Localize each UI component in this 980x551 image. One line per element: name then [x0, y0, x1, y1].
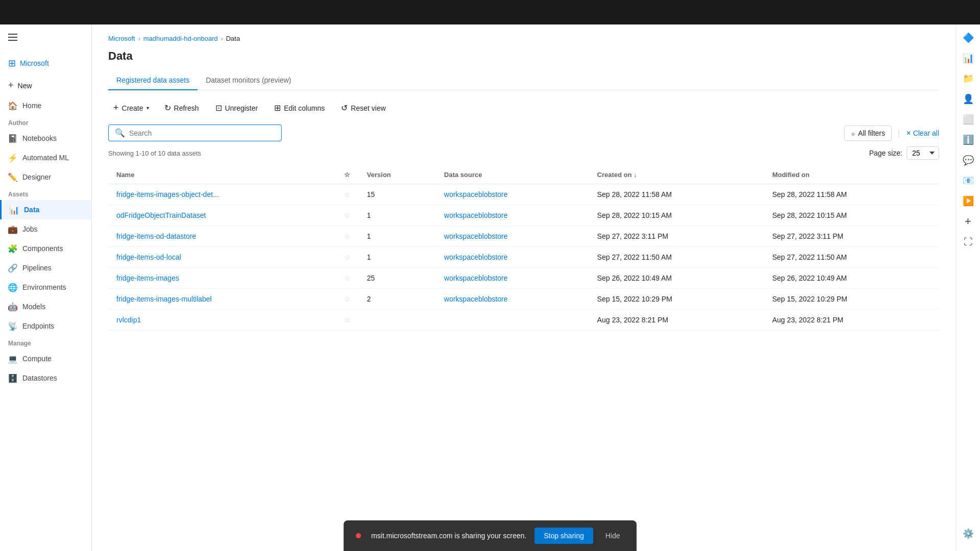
table-controls: Showing 1-10 of 10 data assets Page size… [108, 146, 939, 160]
data-link-1[interactable]: odFridgeObjectTrainDataset [116, 211, 206, 219]
clear-all-button[interactable]: ✕ Clear all [906, 129, 939, 137]
clear-all-label: Clear all [913, 129, 939, 137]
top-bar [0, 0, 980, 24]
col-version[interactable]: Version [359, 166, 436, 184]
settings-right-icon[interactable]: ⚙️ [959, 524, 977, 543]
expand-right-icon[interactable]: ⛶ [959, 233, 977, 251]
cell-name-5: fridge-items-images-multilabel [108, 289, 336, 310]
datasource-link-1[interactable]: workspaceblobstore [444, 211, 508, 219]
sidebar-item-endpoints[interactable]: 📡 Endpoints [0, 316, 91, 336]
mail-right-icon[interactable]: 📧 [959, 171, 977, 190]
refresh-button[interactable]: ↻ Refresh [158, 100, 205, 116]
info-right-icon[interactable]: ℹ️ [959, 131, 977, 149]
search-filters-row: 🔍 ⬦ All filters | ✕ Clear all [108, 124, 939, 141]
chat-right-icon[interactable]: 💬 [959, 151, 977, 169]
sidebar-item-home[interactable]: 🏠 Home [0, 96, 91, 115]
cell-name-6: rvlcdip1 [108, 310, 336, 331]
data-link-0[interactable]: fridge-items-images-object-det... [116, 190, 219, 198]
endpoints-icon: 📡 [8, 321, 17, 331]
col-modifiedon[interactable]: Modified on [764, 166, 939, 184]
compute-icon: 💻 [8, 354, 17, 363]
hamburger-menu[interactable] [0, 24, 91, 52]
tab-monitors[interactable]: Dataset monitors (preview) [198, 71, 299, 90]
svg-rect-0 [8, 34, 17, 35]
datasource-link-5[interactable]: workspaceblobstore [444, 295, 508, 303]
cell-star-2[interactable]: ☆ [336, 226, 359, 247]
cell-modifiedon-0: Sep 28, 2022 11:58 AM [764, 184, 939, 205]
data-link-3[interactable]: fridge-items-od-local [116, 253, 181, 261]
sidebar-item-data[interactable]: 📊 Data [0, 200, 91, 219]
sidebar-microsoft[interactable]: ⊞ Microsoft [0, 52, 91, 75]
cell-star-1[interactable]: ☆ [336, 205, 359, 226]
datasource-link-0[interactable]: workspaceblobstore [444, 190, 508, 198]
create-button[interactable]: + Create ▾ [108, 99, 154, 116]
sidebar-item-automated-ml[interactable]: ⚡ Automated ML [0, 148, 91, 167]
sidebar-item-jobs[interactable]: 💼 Jobs [0, 219, 91, 239]
data-label: Data [24, 206, 39, 214]
hide-button[interactable]: Hide [601, 528, 624, 544]
tabs: Registered data assets Dataset monitors … [108, 71, 939, 90]
data-link-6[interactable]: rvlcdip1 [116, 316, 141, 324]
edit-columns-button[interactable]: ⊞ Edit columns [268, 100, 331, 116]
office-right-icon[interactable]: ⬜ [959, 110, 977, 129]
reset-view-icon: ↺ [341, 103, 348, 113]
jobs-icon: 💼 [8, 224, 17, 234]
sidebar-item-datastores[interactable]: 🗄️ Datastores [0, 368, 91, 388]
tab-registered[interactable]: Registered data assets [108, 71, 198, 90]
azure-right-icon[interactable]: 🔷 [959, 29, 977, 47]
cell-star-0[interactable]: ☆ [336, 184, 359, 205]
search-box[interactable]: 🔍 [108, 124, 282, 141]
data-link-2[interactable]: fridge-items-od-datastore [116, 232, 196, 240]
breadcrumb-microsoft[interactable]: Microsoft [108, 35, 135, 42]
cell-datasource-3: workspaceblobstore [436, 247, 589, 268]
page-title: Data [108, 49, 939, 63]
cell-createdon-6: Aug 23, 2022 8:21 PM [589, 310, 764, 331]
unregister-button[interactable]: ⊡ Unregister [209, 100, 264, 116]
filter-icon: ⬦ [851, 129, 855, 137]
sidebar-item-designer[interactable]: ✏️ Designer [0, 167, 91, 187]
cell-version-3: 1 [359, 247, 436, 268]
breadcrumb-workspace[interactable]: madhumaddi-hd-onboard [143, 35, 218, 42]
microsoft-icon: ⊞ [8, 58, 16, 69]
all-filters-button[interactable]: ⬦ All filters [844, 126, 892, 141]
clear-all-x-icon: ✕ [906, 130, 911, 137]
sidebar-item-components[interactable]: 🧩 Components [0, 239, 91, 258]
sidebar-item-environments[interactable]: 🌐 Environments [0, 278, 91, 297]
cell-star-6[interactable]: ☆ [336, 310, 359, 331]
table-row: fridge-items-images ☆ 25 workspaceblobst… [108, 268, 939, 289]
plus-right-icon[interactable]: + [959, 212, 977, 231]
reset-view-button[interactable]: ↺ Reset view [335, 100, 391, 116]
stop-sharing-button[interactable]: Stop sharing [534, 528, 593, 544]
sharing-banner: msit.microsoftstream.com is sharing your… [344, 520, 636, 551]
cell-version-6 [359, 310, 436, 331]
search-input[interactable] [129, 129, 275, 137]
sidebar-item-pipelines[interactable]: 🔗 Pipelines [0, 258, 91, 278]
sidebar-item-compute[interactable]: 💻 Compute [0, 349, 91, 368]
sidebar-item-notebooks[interactable]: 📓 Notebooks [0, 129, 91, 148]
col-createdon[interactable]: Created on ↓ [589, 166, 764, 184]
cell-star-5[interactable]: ☆ [336, 289, 359, 310]
page-size-select[interactable]: 10 25 50 100 [906, 146, 939, 160]
folder-right-icon[interactable]: 📁 [959, 69, 977, 88]
datasource-link-2[interactable]: workspaceblobstore [444, 232, 508, 240]
components-icon: 🧩 [8, 244, 17, 253]
datasource-link-3[interactable]: workspaceblobstore [444, 253, 508, 261]
cell-star-3[interactable]: ☆ [336, 247, 359, 268]
sidebar-item-models[interactable]: 🤖 Models [0, 297, 91, 316]
cell-star-4[interactable]: ☆ [336, 268, 359, 289]
right-icon-bar: 🔷 📊 📁 👤 ⬜ ℹ️ 💬 📧 ▶️ + ⛶ ⚙️ [955, 0, 980, 551]
user-right-icon[interactable]: 👤 [959, 90, 977, 108]
col-name[interactable]: Name [108, 166, 336, 184]
table-row: fridge-items-images-multilabel ☆ 2 works… [108, 289, 939, 310]
cell-datasource-1: workspaceblobstore [436, 205, 589, 226]
svg-rect-2 [8, 40, 17, 41]
col-datasource[interactable]: Data source [436, 166, 589, 184]
col-star[interactable]: ☆ [336, 166, 359, 184]
data-link-4[interactable]: fridge-items-images [116, 274, 179, 282]
datasource-link-4[interactable]: workspaceblobstore [444, 274, 508, 282]
video-right-icon[interactable]: ▶️ [959, 192, 977, 210]
pipelines-label: Pipelines [22, 264, 52, 272]
new-button[interactable]: + New [0, 75, 91, 96]
data-right-icon[interactable]: 📊 [959, 49, 977, 67]
data-link-5[interactable]: fridge-items-images-multilabel [116, 295, 212, 303]
